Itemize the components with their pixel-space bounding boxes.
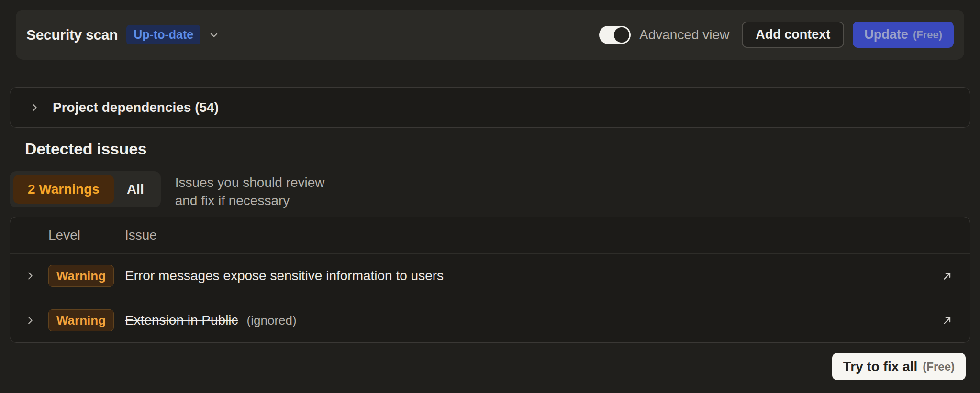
warning-level-badge: Warning bbox=[48, 265, 114, 287]
chevron-down-icon[interactable] bbox=[208, 29, 220, 41]
issues-description: Issues you should review and fix if nece… bbox=[175, 171, 340, 210]
toggle-knob bbox=[614, 27, 629, 43]
update-button-label: Update bbox=[864, 28, 908, 41]
ignored-label: (ignored) bbox=[247, 313, 297, 328]
issue-row-error-messages[interactable]: Warning Error messages expose sensitive … bbox=[10, 253, 970, 298]
update-button-sublabel: (Free) bbox=[913, 30, 942, 40]
issue-row-extension-public[interactable]: Warning Extension in Public (ignored) bbox=[10, 298, 970, 342]
security-scan-page: Security scan Up-to-date Advanced view A… bbox=[0, 0, 980, 393]
arrow-up-right-icon[interactable] bbox=[941, 270, 954, 283]
page-title: Security scan bbox=[26, 27, 118, 43]
filter-warnings-tab[interactable]: 2 Warnings bbox=[13, 175, 114, 204]
advanced-view-label: Advanced view bbox=[639, 27, 729, 43]
issue-filter-segmented-control: 2 Warnings All bbox=[10, 171, 161, 207]
try-fix-all-label: Try to fix all bbox=[843, 360, 918, 373]
issues-filter-row: 2 Warnings All Issues you should review … bbox=[10, 171, 340, 210]
issue-title-strikethrough: Extension in Public bbox=[125, 313, 238, 328]
filter-all-tab[interactable]: All bbox=[114, 175, 157, 204]
chevron-right-icon[interactable] bbox=[25, 271, 35, 281]
chevron-right-icon[interactable] bbox=[25, 315, 35, 326]
project-dependencies-row[interactable]: Project dependencies (54) bbox=[10, 87, 970, 128]
try-fix-all-sublabel: (Free) bbox=[923, 361, 955, 372]
advanced-view-toggle[interactable] bbox=[599, 26, 631, 44]
issues-table: Level Issue Warning Error messages expos… bbox=[10, 217, 970, 343]
issues-table-header: Level Issue bbox=[10, 217, 970, 253]
try-fix-all-button[interactable]: Try to fix all (Free) bbox=[832, 353, 966, 380]
add-context-button[interactable]: Add context bbox=[742, 22, 844, 48]
header-right-group: Advanced view Add context Update (Free) bbox=[599, 22, 954, 48]
project-dependencies-label: Project dependencies (54) bbox=[53, 100, 219, 115]
header-left-group: Security scan Up-to-date bbox=[26, 25, 220, 44]
arrow-up-right-icon[interactable] bbox=[941, 314, 954, 327]
warning-level-badge: Warning bbox=[48, 309, 114, 331]
issue-title: Error messages expose sensitive informat… bbox=[125, 268, 444, 284]
column-header-level: Level bbox=[48, 228, 80, 243]
status-badge: Up-to-date bbox=[126, 25, 200, 44]
column-header-issue: Issue bbox=[125, 228, 157, 243]
detected-issues-heading: Detected issues bbox=[25, 140, 146, 158]
update-button[interactable]: Update (Free) bbox=[853, 22, 954, 48]
header-bar: Security scan Up-to-date Advanced view A… bbox=[16, 10, 964, 60]
chevron-right-icon bbox=[29, 102, 40, 113]
